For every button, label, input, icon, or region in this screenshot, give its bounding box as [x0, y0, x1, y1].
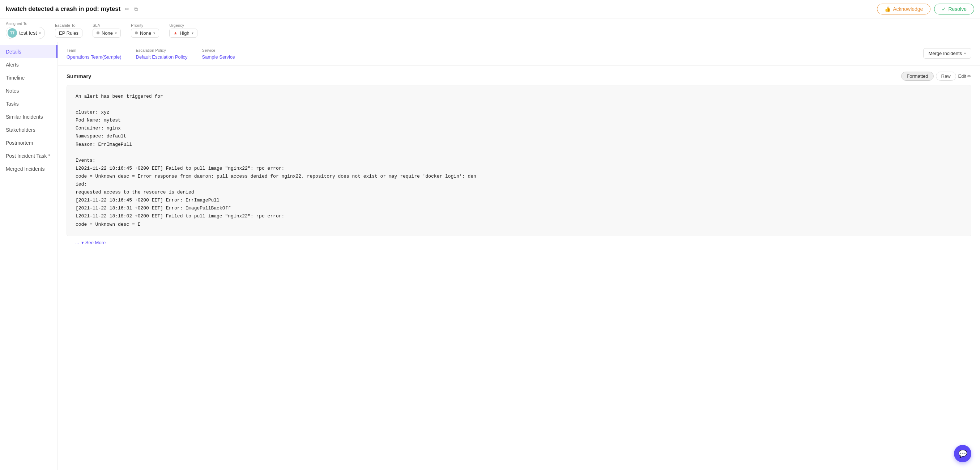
- resolve-button[interactable]: ✓ Resolve: [934, 4, 974, 14]
- main-layout: Details Alerts Timeline Notes Tasks Simi…: [0, 42, 980, 470]
- sla-label: SLA: [92, 23, 121, 27]
- sidebar-item-post-incident-task[interactable]: Post Incident Task *: [0, 150, 57, 162]
- assigned-to-label: Assigned To: [6, 21, 45, 26]
- urgency-value: High: [180, 30, 189, 36]
- priority-dot: [135, 32, 138, 34]
- avatar-initials: TT: [10, 31, 14, 35]
- chevron-down-icon: ▾: [39, 31, 41, 35]
- content-area: Team Operations Team(Sample) Escalation …: [58, 42, 980, 470]
- escalation-policy-link[interactable]: Default Escalation Policy: [136, 54, 188, 60]
- formatted-label: Formatted: [907, 73, 928, 79]
- avatar: TT: [8, 28, 17, 38]
- escalate-to-dropdown[interactable]: EP Rules: [55, 29, 83, 38]
- summary-content: An alert has been triggered for cluster:…: [67, 85, 971, 236]
- copy-icon: ⧉: [134, 6, 138, 12]
- acknowledge-button[interactable]: 👍 Acknowledge: [877, 4, 931, 14]
- chat-icon: 💬: [958, 449, 967, 458]
- sla-field: SLA None ▾: [92, 23, 121, 38]
- edit-icon: ✏: [125, 6, 129, 12]
- copy-title-button[interactable]: ⧉: [134, 6, 138, 12]
- details-header: Team Operations Team(Sample) Escalation …: [58, 42, 980, 66]
- resolve-label: Resolve: [948, 6, 967, 12]
- escalate-to-label: Escalate To: [55, 23, 83, 27]
- sidebar-item-timeline[interactable]: Timeline: [0, 71, 57, 84]
- priority-field: Priority None ▾: [131, 23, 159, 38]
- sidebar-item-details[interactable]: Details: [0, 45, 57, 58]
- incident-title-text: kwatch detected a crash in pod: mytest: [6, 5, 121, 12]
- priority-label: Priority: [131, 23, 159, 27]
- chevron-down-icon: ▾: [81, 240, 84, 245]
- assigned-chip[interactable]: TT test test ▾: [6, 27, 45, 39]
- merge-incidents-button[interactable]: Merge Incidents ▾: [923, 48, 972, 59]
- summary-section: Summary Formatted Raw Edit ✏ An alert ha…: [58, 66, 980, 255]
- service-link[interactable]: Sample Service: [202, 54, 235, 60]
- team-link[interactable]: Operations Team(Sample): [67, 54, 121, 60]
- urgency-triangle-icon: ▲: [173, 30, 178, 35]
- top-bar: kwatch detected a crash in pod: mytest ✏…: [0, 0, 980, 18]
- escalation-policy-label: Escalation Policy: [136, 48, 188, 53]
- chevron-down-icon: ▾: [115, 31, 117, 35]
- view-toggle-buttons: Formatted Raw Edit ✏: [901, 72, 971, 81]
- service-label: Service: [202, 48, 235, 53]
- sla-dot: [97, 32, 99, 34]
- summary-header: Summary Formatted Raw Edit ✏: [67, 72, 971, 81]
- edit-pencil-icon: ✏: [967, 73, 971, 79]
- service-column: Service Sample Service: [202, 48, 235, 60]
- sidebar-item-stakeholders[interactable]: Stakeholders: [0, 123, 57, 136]
- sidebar-item-similar-incidents[interactable]: Similar Incidents: [0, 110, 57, 123]
- acknowledge-icon: 👍: [885, 6, 891, 12]
- edit-label: Edit: [958, 73, 966, 79]
- team-column: Team Operations Team(Sample): [67, 48, 121, 60]
- formatted-view-button[interactable]: Formatted: [901, 72, 933, 81]
- sidebar-item-alerts[interactable]: Alerts: [0, 58, 57, 71]
- ellipsis-text: ...: [75, 240, 79, 245]
- priority-value: None: [140, 30, 151, 36]
- sidebar-item-tasks[interactable]: Tasks: [0, 97, 57, 110]
- escalate-to-field: Escalate To EP Rules: [55, 23, 83, 38]
- chevron-down-icon: ▾: [964, 51, 966, 55]
- edit-summary-button[interactable]: Edit ✏: [958, 73, 971, 79]
- urgency-label: Urgency: [169, 23, 197, 27]
- incident-title: kwatch detected a crash in pod: mytest ✏…: [6, 5, 873, 13]
- sidebar-item-postmortem[interactable]: Postmortem: [0, 136, 57, 150]
- escalate-value: EP Rules: [59, 30, 78, 36]
- sla-dropdown[interactable]: None ▾: [92, 29, 121, 38]
- sidebar-item-notes[interactable]: Notes: [0, 84, 57, 97]
- sidebar-item-merged-incidents[interactable]: Merged Incidents: [0, 162, 57, 175]
- raw-label: Raw: [941, 73, 951, 79]
- escalation-policy-column: Escalation Policy Default Escalation Pol…: [136, 48, 188, 60]
- team-label: Team: [67, 48, 121, 53]
- merge-incidents-label: Merge Incidents: [929, 51, 962, 56]
- raw-view-button[interactable]: Raw: [936, 72, 956, 81]
- assigned-name: test test: [19, 30, 37, 36]
- meta-bar: Assigned To TT test test ▾ Escalate To E…: [0, 18, 980, 42]
- chevron-down-icon: ▾: [153, 31, 155, 35]
- see-more-button[interactable]: ▾ See More: [81, 240, 106, 245]
- chevron-down-icon: ▾: [192, 31, 194, 35]
- see-more-label: See More: [85, 240, 106, 245]
- sla-value: None: [102, 30, 113, 36]
- sidebar: Details Alerts Timeline Notes Tasks Simi…: [0, 42, 58, 470]
- edit-title-button[interactable]: ✏: [125, 6, 129, 12]
- priority-dropdown[interactable]: None ▾: [131, 29, 159, 38]
- top-actions: 👍 Acknowledge ✓ Resolve: [877, 4, 974, 14]
- acknowledge-label: Acknowledge: [893, 6, 923, 12]
- fab-button[interactable]: 💬: [954, 445, 971, 462]
- see-more-row: ... ▾ See More: [67, 236, 971, 249]
- resolve-icon: ✓: [942, 6, 946, 12]
- urgency-field: Urgency ▲ High ▾: [169, 23, 197, 38]
- summary-title: Summary: [67, 73, 91, 79]
- urgency-dropdown[interactable]: ▲ High ▾: [169, 29, 197, 38]
- assigned-to-field: Assigned To TT test test ▾: [6, 21, 45, 39]
